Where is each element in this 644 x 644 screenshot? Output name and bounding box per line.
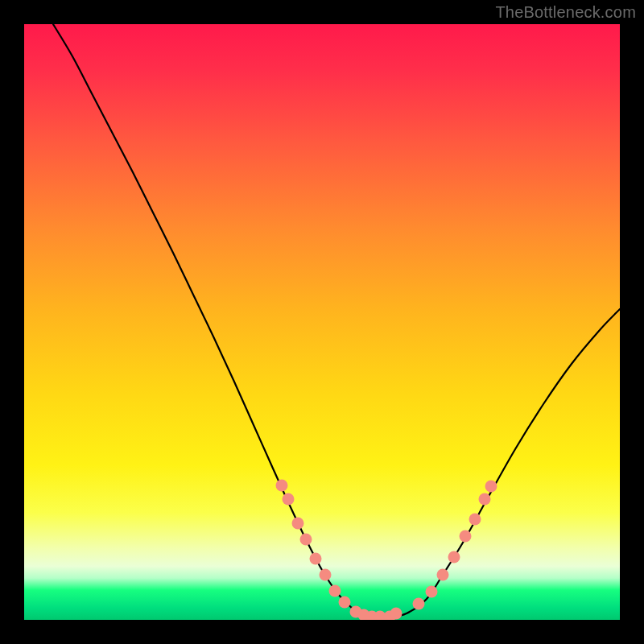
curve-layer: [24, 24, 620, 620]
highlight-dot: [437, 569, 449, 581]
highlight-dot: [485, 481, 497, 493]
highlight-dot: [283, 493, 295, 506]
highlight-dot: [339, 597, 351, 609]
highlight-dot: [426, 586, 438, 598]
highlight-dot: [413, 598, 425, 610]
highlight-dot: [292, 518, 304, 530]
chart-frame: TheBottleneck.com: [0, 0, 644, 644]
highlight-dot: [448, 551, 460, 564]
plot-area: [24, 24, 620, 620]
highlight-dot: [300, 534, 312, 546]
highlight-dot: [479, 493, 491, 506]
highlight-dot: [329, 585, 341, 597]
highlight-dot: [460, 530, 472, 543]
highlight-dots: [276, 480, 497, 621]
highlight-dot: [390, 608, 402, 620]
highlight-dot: [469, 514, 481, 526]
bottleneck-curve: [53, 24, 620, 617]
highlight-dot: [276, 480, 288, 492]
highlight-dot: [320, 569, 332, 581]
watermark-text: TheBottleneck.com: [495, 3, 636, 22]
highlight-dot: [310, 553, 322, 565]
